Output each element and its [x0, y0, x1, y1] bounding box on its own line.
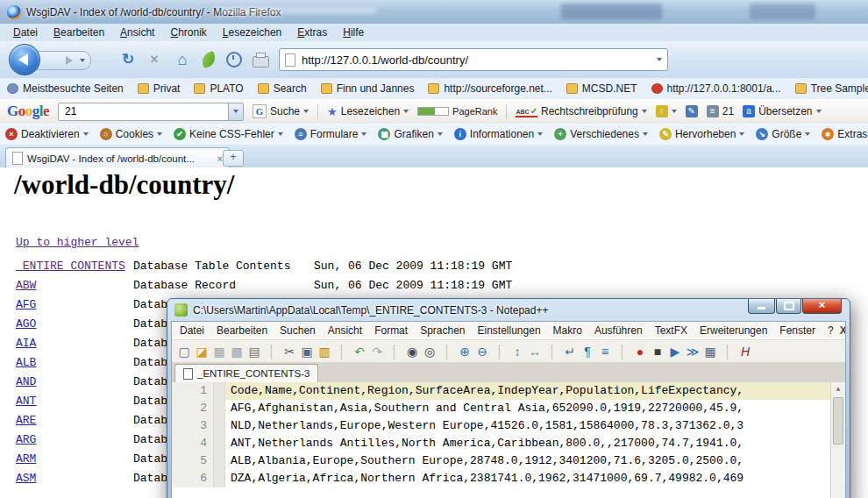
devbar-menu-button[interactable]: ≡ Formulare [295, 128, 367, 140]
entry-link[interactable]: ALB [16, 353, 133, 373]
menu-item[interactable]: Hilfe [335, 26, 372, 39]
dropdown-icon[interactable] [672, 110, 677, 113]
toolbar-icon[interactable]: ↵ [561, 343, 579, 360]
home-icon[interactable]: ⌂ [172, 50, 193, 69]
bookmark-item[interactable]: PLATO [194, 82, 243, 95]
entry-link[interactable]: ARE [16, 411, 133, 430]
toolbar-icon[interactable]: ⊖ [473, 343, 491, 360]
notepad-window[interactable]: C:\Users\Martin\AppData\Local\Temp\_ENTI… [167, 298, 850, 498]
toolbar-icon[interactable]: ↷ [368, 343, 386, 360]
bookmark-margin[interactable] [214, 417, 225, 435]
toolbar-icon[interactable]: ↶ [351, 343, 368, 360]
menu-item[interactable]: Bearbeiten [46, 26, 112, 39]
forward-button[interactable] [37, 51, 91, 70]
bookmark-item[interactable]: MCSD.NET [566, 82, 637, 95]
toolbar-icon[interactable]: ▩ [228, 343, 245, 360]
stop-icon[interactable]: × [144, 50, 165, 69]
devbar-menu-button[interactable]: ✎ Hervorheben [659, 128, 744, 140]
toolbar-icon[interactable]: ■ [649, 343, 666, 360]
url-dropdown-icon[interactable] [657, 58, 662, 61]
toolbar-icon[interactable]: ▦ [210, 343, 228, 360]
bookmark-margin[interactable] [214, 470, 225, 487]
bookmark-margin[interactable] [214, 435, 225, 452]
google-search-button[interactable]: G Suche [253, 104, 309, 118]
entry-link[interactable]: AFG [16, 295, 133, 315]
dropdown-icon[interactable] [642, 110, 647, 113]
devbar-menu-button[interactable]: ∗ Extras [822, 128, 868, 140]
toolbar-icon[interactable]: ▤ [245, 343, 263, 360]
notepad-menu-item[interactable]: Format [368, 324, 414, 337]
bookmark-margin[interactable] [214, 400, 225, 417]
firefox-titlebar[interactable]: WsgiDAV - Index of /world-db/country/ - … [0, 0, 868, 25]
dropdown-icon[interactable] [816, 110, 822, 113]
line-text[interactable]: ANT,Netherlands Antilles,North America,C… [225, 435, 845, 452]
toolbar-icon[interactable]: ● [631, 343, 649, 360]
autofill-button[interactable]: ✎ [686, 105, 698, 117]
toolbar-icon[interactable]: ▣ [298, 343, 316, 360]
menu-item[interactable]: Extras [289, 26, 335, 39]
url-bar[interactable] [279, 48, 668, 71]
toolbar-icon[interactable]: ⊕ [456, 343, 473, 360]
tab-wsgidav[interactable]: WsgiDAV - Index of /world-db/count... × [5, 147, 230, 168]
devbar-menu-button[interactable]: ↘ Größe [756, 128, 810, 140]
entry-link[interactable]: AGO [16, 315, 133, 334]
notepad-menu-item[interactable]: TextFX [649, 324, 694, 337]
editor-area[interactable]: ▲ 1 Code,Name,Continent,Region,SurfaceAr… [172, 382, 845, 498]
maximize-button[interactable] [776, 299, 801, 314]
editor-line[interactable]: 2 AFG,Afghanistan,Asia,Southern and Cent… [172, 400, 845, 417]
bookmark-item[interactable]: http://sourceforge.net... [428, 82, 551, 95]
bookmark-item[interactable]: Search [258, 82, 307, 95]
bookmark-margin[interactable] [214, 452, 225, 470]
entry-link[interactable]: AND [16, 373, 133, 392]
google-bookmarks-button[interactable]: ★ Lesezeichen [327, 105, 409, 118]
toolbar-icon[interactable]: ¶ [579, 343, 596, 360]
toolbar-icon[interactable]: ✂ [281, 343, 298, 360]
toolbar-icon[interactable]: ▦ [701, 343, 719, 360]
menu-item[interactable]: Datei [5, 26, 46, 39]
menu-item[interactable]: Chronik [162, 26, 214, 39]
scroll-up-icon[interactable]: ▲ [831, 382, 845, 395]
toolbar-icon[interactable]: │ [719, 343, 736, 360]
devbar-menu-button[interactable]: ✔ Keine CSS-Fehler [174, 128, 283, 140]
toolbar-icon[interactable]: │ [614, 343, 631, 360]
sage-feeds-icon[interactable] [200, 51, 217, 68]
close-button[interactable] [802, 299, 842, 314]
editor-line[interactable]: 3 NLD,Netherlands,Europe,Western Europe,… [172, 417, 845, 435]
notepad-menu-item[interactable]: Fenster [773, 324, 822, 337]
toolbar-icon[interactable]: ≡ [596, 343, 614, 360]
history-clock-icon[interactable] [226, 52, 242, 68]
bookmark-margin[interactable] [214, 382, 225, 400]
notepad-menu-item[interactable]: Ansicht [322, 324, 368, 337]
bookmark-item[interactable]: Meistbesuchte Seiten [7, 82, 124, 95]
close-document-icon[interactable]: X [840, 324, 846, 337]
toolbar-icon[interactable]: │ [438, 343, 456, 360]
notepad-menu-item[interactable]: ? [822, 324, 840, 337]
url-input[interactable] [300, 53, 652, 68]
translate-button[interactable]: a Übersetzen [743, 105, 821, 117]
toolbar-icon[interactable]: ◎ [421, 343, 438, 360]
line-text[interactable]: ALB,Albania,Europe,Southern Europe,28748… [225, 452, 845, 470]
pagerank-widget[interactable]: PageRank [417, 106, 497, 117]
editor-line[interactable]: 5 ALB,Albania,Europe,Southern Europe,287… [172, 452, 845, 470]
toolbar-icon[interactable]: │ [491, 343, 509, 360]
notepad-menu-item[interactable]: Erweiterungen [694, 324, 773, 337]
entry-link[interactable]: ABW [16, 276, 133, 295]
notepad-menu-item[interactable]: Ausführen [588, 324, 649, 337]
document-tab[interactable]: _ENTIRE_CONTENTS-3 [174, 364, 318, 382]
dropdown-icon[interactable] [403, 110, 409, 113]
editor-line[interactable]: 4 ANT,Netherlands Antilles,North America… [172, 435, 845, 452]
line-text[interactable]: DZA,Algeria,Africa,Northern Africa,23817… [225, 470, 845, 487]
line-text[interactable]: Code,Name,Continent,Region,SurfaceArea,I… [225, 382, 845, 400]
devbar-menu-button[interactable]: × Deaktivieren [5, 128, 89, 140]
toolbar-icon[interactable]: ≫ [684, 343, 701, 360]
toolbar-icon[interactable]: ▶ [666, 343, 684, 360]
toolbar-icon[interactable]: ↔ [526, 343, 544, 360]
entry-link[interactable]: _ENTIRE_CONTENTS [16, 257, 133, 276]
bookmark-item[interactable]: http://127.0.0.1:8001/a... [651, 82, 781, 95]
new-tab-button[interactable]: + [223, 150, 244, 167]
reload-icon[interactable]: ↻ [117, 50, 139, 69]
entry-link[interactable]: AIA [16, 334, 133, 353]
toolbar-icon[interactable]: │ [263, 343, 281, 360]
bookmark-item[interactable]: Finn und Jannes [321, 82, 415, 95]
toolbar-icon[interactable]: ▥ [316, 343, 333, 360]
